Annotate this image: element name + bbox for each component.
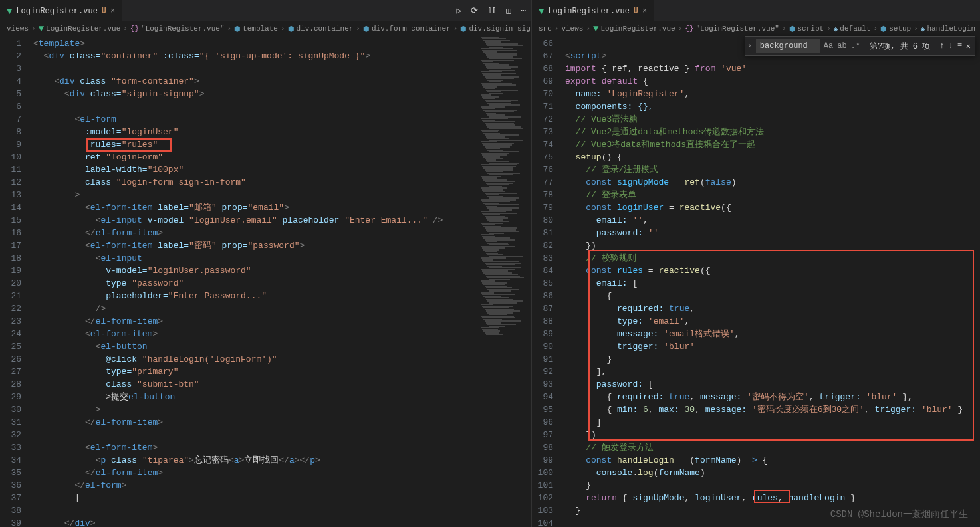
run-icon[interactable]: ▷	[457, 5, 462, 16]
breadcrumb-right[interactable]: src › views › ▼LoginRegister.vue › {}"Lo…	[532, 21, 980, 36]
prev-match-icon[interactable]: ↑	[939, 41, 944, 51]
vue-file-icon: ▼	[7, 6, 12, 17]
regex-icon[interactable]: .*	[851, 41, 860, 51]
tab-git-status: U	[102, 7, 106, 16]
code-editor-left[interactable]: <template> <div class="container" :class…	[33, 36, 478, 527]
search-input[interactable]	[756, 39, 820, 53]
breadcrumb-left[interactable]: views › ▼LoginRegister.vue › {}"LoginReg…	[0, 21, 531, 36]
diff-icon[interactable]: ⫿⫿	[487, 5, 497, 16]
line-gutter-right: 66 67 68 69 70 71 72 73 74 75 76 77 78 7…	[532, 36, 565, 527]
more-icon[interactable]: ⋯	[521, 5, 526, 16]
search-toggle-icon[interactable]: ›	[745, 41, 755, 51]
minimap-left[interactable]	[478, 36, 531, 527]
find-in-selection-icon[interactable]: ≡	[957, 41, 962, 51]
csdn-watermark: CSDN @Sheldon一蓑烟雨任平生	[830, 508, 968, 520]
tab-filename: LoginRegister.vue	[16, 7, 97, 16]
match-case-icon[interactable]: Aa	[824, 41, 833, 51]
search-widget: › Aa ab .* 第?项, 共 6 项 ↑ ↓ ≡ ✕	[745, 36, 975, 56]
vue-file-icon: ▼	[39, 23, 44, 34]
search-result-count: 第?项, 共 6 项	[864, 41, 935, 52]
bc-views: views	[7, 25, 29, 33]
vue-file-icon: ▼	[593, 23, 598, 34]
whole-word-icon[interactable]: ab	[837, 41, 846, 51]
history-icon[interactable]: ⟳	[471, 5, 478, 16]
line-gutter-left: 1 2 3 4 5 6 7 8 9 10 11 12 13 14 15 16 1…	[0, 36, 33, 527]
tab-loginregister-left[interactable]: ▼ LoginRegister.vue U ×	[0, 0, 122, 21]
close-icon[interactable]: ×	[110, 7, 115, 16]
vue-file-icon: ▼	[539, 6, 544, 17]
tab-loginregister-right[interactable]: ▼ LoginRegister.vue U ×	[532, 0, 654, 21]
tab-bar-left: ▼ LoginRegister.vue U × ▷ ⟳ ⫿⫿ ◫ ⋯	[0, 0, 531, 21]
code-editor-right[interactable]: <script> import { ref, reactive } from '…	[565, 36, 980, 527]
tab-git-status: U	[634, 7, 638, 16]
split-icon[interactable]: ◫	[506, 5, 511, 16]
next-match-icon[interactable]: ↓	[948, 41, 953, 51]
close-icon[interactable]: ×	[642, 7, 647, 16]
tab-filename: LoginRegister.vue	[548, 7, 629, 16]
close-search-icon[interactable]: ✕	[966, 41, 971, 51]
tab-bar-right: ▼ LoginRegister.vue U ×	[532, 0, 980, 21]
